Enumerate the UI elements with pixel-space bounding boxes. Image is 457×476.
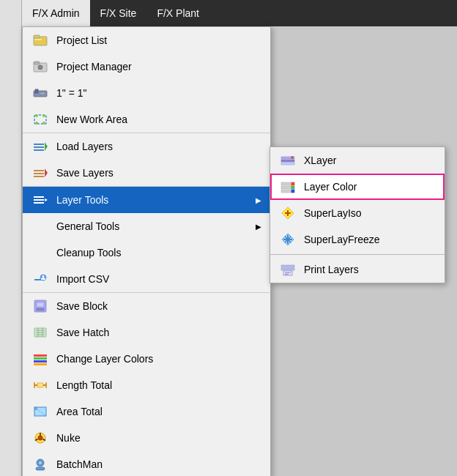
submenu-label-xlayer: XLayer — [304, 155, 436, 166]
svg-rect-63 — [281, 186, 291, 189]
menu-item-save-block[interactable]: Save Block — [23, 293, 270, 319]
svg-marker-25 — [45, 198, 48, 201]
menu-item-save-hatch[interactable]: Save Hatch — [23, 319, 270, 346]
menu-label-save-hatch: Save Hatch — [56, 327, 261, 338]
load-layers-icon — [31, 138, 49, 155]
menu-item-project-list[interactable]: Project List — [23, 27, 270, 53]
menubar-label-fxsite: F/X Site — [100, 7, 137, 19]
menu-label-general-tools: General Tools — [56, 220, 256, 232]
menu-label-nuke: Nuke — [56, 432, 261, 444]
menubar-item-fxplant[interactable]: F/X Plant — [146, 0, 209, 26]
menubar-label-fxplant: F/X Plant — [157, 7, 199, 19]
length-icon — [31, 376, 49, 394]
main-menu: Project List Project Manager 1" = 1" — [22, 26, 271, 476]
layer-colors-icon — [31, 350, 49, 368]
svg-rect-7 — [35, 89, 38, 93]
svg-rect-40 — [34, 357, 47, 360]
submenu-item-superlaylso[interactable]: SuperLayIso — [270, 200, 445, 226]
svg-rect-18 — [34, 170, 44, 171]
submenu-label-superlayfreeze: SuperLayFreeze — [304, 234, 436, 245]
svg-rect-14 — [34, 144, 44, 145]
svg-point-13 — [42, 122, 45, 124]
menu-label-change-layer-colors: Change Layer Colors — [56, 353, 261, 365]
menu-label-length-total: Length Total — [56, 379, 261, 391]
area-icon — [31, 403, 49, 420]
menu-item-import-csv[interactable]: Import CSV — [23, 266, 270, 293]
menu-item-batchman[interactable]: BatchMan — [23, 451, 270, 476]
menu-item-general-tools[interactable]: General Tools ▶ — [23, 213, 270, 239]
menu-item-area-total[interactable]: Area Total — [23, 398, 270, 425]
svg-rect-59 — [281, 160, 294, 162]
svg-rect-29 — [41, 278, 45, 280]
menu-item-change-layer-colors[interactable]: Change Layer Colors — [23, 346, 270, 372]
submenu-label-superlaylso: SuperLayIso — [304, 207, 436, 219]
save-block-icon — [31, 297, 49, 315]
svg-rect-42 — [34, 363, 47, 365]
svg-rect-66 — [291, 186, 294, 189]
folder-icon — [31, 31, 49, 49]
menu-item-nuke[interactable]: Nuke — [23, 425, 270, 451]
submenu-divider — [270, 254, 445, 255]
menu-item-load-layers[interactable]: Load Layers — [23, 133, 270, 160]
superlayfreeze-icon — [279, 231, 297, 248]
svg-rect-57 — [36, 467, 45, 470]
svg-rect-46 — [37, 383, 43, 387]
svg-rect-31 — [37, 302, 44, 307]
menu-item-cleanup-tools[interactable]: Cleanup Tools — [23, 239, 270, 266]
menu-item-layer-tools[interactable]: Layer Tools ▶ — [23, 187, 270, 213]
svg-marker-21 — [45, 168, 48, 177]
svg-rect-60 — [281, 163, 294, 165]
layer-tools-icon — [31, 191, 49, 209]
menu-label-scale: 1" = 1" — [56, 87, 261, 99]
svg-rect-24 — [34, 202, 44, 204]
submenu-item-layer-color[interactable]: Layer Color — [270, 174, 445, 200]
print-layers-icon — [279, 261, 297, 278]
submenu-label-layer-color: Layer Color — [304, 181, 436, 193]
svg-rect-41 — [34, 360, 47, 362]
menu-label-project-manager: Project Manager — [56, 61, 261, 72]
submenu-arrow-general-tools: ▶ — [256, 223, 261, 231]
svg-marker-17 — [45, 142, 48, 151]
nuke-icon — [31, 429, 49, 447]
menu-item-save-layers[interactable]: Save Layers — [23, 160, 270, 187]
menubar-item-fxadmin[interactable]: F/X Admin — [22, 0, 90, 26]
svg-point-4 — [38, 65, 42, 70]
submenu: X XLayer Layer Color SuperL — [270, 146, 445, 283]
submenu-arrow-layer-tools: ▶ — [256, 196, 261, 204]
svg-rect-77 — [281, 268, 294, 270]
menu-label-save-layers: Save Layers — [56, 167, 261, 179]
menu-item-scale[interactable]: 1" = 1" — [23, 80, 270, 106]
menu-label-project-list: Project List — [56, 34, 261, 46]
menu-label-load-layers: Load Layers — [56, 141, 261, 152]
cleanup-tools-icon — [31, 244, 49, 261]
batchman-icon — [31, 455, 49, 473]
svg-rect-49 — [34, 407, 37, 410]
svg-rect-65 — [291, 182, 294, 185]
menu-label-layer-tools: Layer Tools — [56, 194, 256, 206]
svg-rect-32 — [37, 308, 44, 310]
menu-item-new-work-area[interactable]: New Work Area — [23, 106, 270, 133]
svg-point-51 — [38, 436, 42, 440]
svg-rect-8 — [40, 92, 45, 94]
menu-label-cleanup-tools: Cleanup Tools — [56, 247, 261, 259]
workarea-icon — [31, 111, 49, 128]
menubar-item-fxsite[interactable]: F/X Site — [90, 0, 147, 26]
svg-text:X: X — [291, 155, 294, 160]
svg-rect-76 — [281, 265, 294, 267]
submenu-item-superlayfreeze[interactable]: SuperLayFreeze — [270, 226, 445, 253]
submenu-item-print-layers[interactable]: Print Layers — [270, 256, 445, 283]
left-toolbar — [0, 0, 22, 476]
menu-item-length-total[interactable]: Length Total — [23, 372, 270, 398]
svg-rect-2 — [34, 39, 42, 40]
svg-point-10 — [35, 114, 38, 117]
svg-point-12 — [35, 122, 38, 124]
menubar-label-fxadmin: F/X Admin — [32, 7, 80, 19]
svg-rect-62 — [281, 182, 291, 185]
svg-point-11 — [42, 114, 45, 117]
menu-item-project-manager[interactable]: Project Manager — [23, 53, 270, 80]
svg-rect-5 — [34, 62, 40, 64]
submenu-item-xlayer[interactable]: X XLayer — [270, 147, 445, 174]
svg-rect-79 — [285, 272, 291, 273]
xlayer-icon: X — [279, 152, 297, 169]
menu-label-area-total: Area Total — [56, 406, 261, 417]
